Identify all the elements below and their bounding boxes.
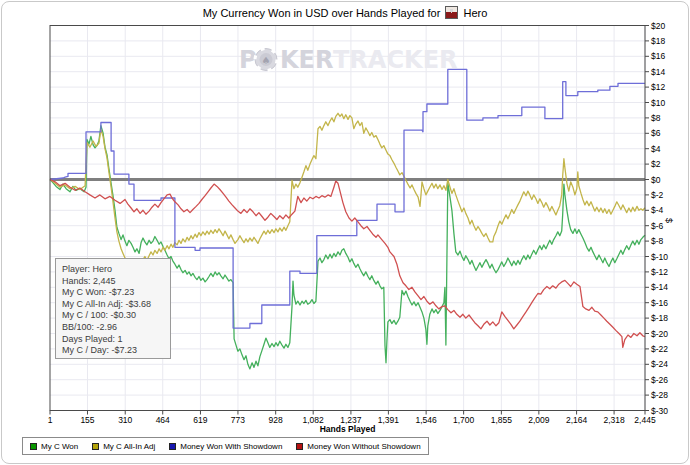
x-tick-label: 1,700 <box>453 415 475 425</box>
x-axis-title: Hands Played <box>320 424 376 434</box>
stats-tooltip-box: Player: HeroHands: 2,445My C Won: -$7.23… <box>55 258 171 359</box>
y-tick-label: $4 <box>651 144 661 154</box>
x-tick-label: 619 <box>193 415 207 425</box>
y-tick-label: $-16 <box>651 298 668 308</box>
x-tick-label: 464 <box>156 415 170 425</box>
watermark-text-tracker: TRACKER <box>333 46 458 74</box>
legend-item-my-c-all-in-adj[interactable]: My C All-In Adj <box>92 442 155 451</box>
y-tick-label: $12 <box>651 82 665 92</box>
y-tick-label: $-20 <box>651 329 668 339</box>
y-tick-label: $20 <box>651 21 665 31</box>
y-tick-label: $-18 <box>651 313 668 323</box>
watermark-text-ker: KER <box>280 46 333 74</box>
x-tick-label: 1,546 <box>415 415 437 425</box>
y-tick-label: $-4 <box>651 205 664 215</box>
x-tick-label: 773 <box>231 415 245 425</box>
legend-item-my-c-won[interactable]: My C Won <box>30 442 78 451</box>
y-tick-label: $2 <box>651 159 661 169</box>
x-tick-label: 2,445 <box>634 415 656 425</box>
x-axis: 11553104646197739281,0821,2371,3911,5461… <box>48 411 656 435</box>
pokertracker-graph-window: My Currency Won in USD over Hands Played… <box>0 0 690 465</box>
y-tick-label: $-10 <box>651 252 668 262</box>
legend-label: My C All-In Adj <box>103 442 155 451</box>
y-tick-label: $8 <box>651 113 661 123</box>
x-tick-label: 2,318 <box>603 415 625 425</box>
y-tick-label: $-24 <box>651 359 668 369</box>
y-tick-label: $-14 <box>651 282 668 292</box>
stats-line: Days Played: 1 <box>62 334 164 346</box>
y-axis-title: $ <box>664 218 674 223</box>
x-tick-label: 2,009 <box>528 415 550 425</box>
y-tick-label: $-2 <box>651 190 664 200</box>
y-tick-label: $0 <box>651 175 661 185</box>
x-tick-label: 1 <box>48 415 53 425</box>
x-tick-label: 2,164 <box>566 415 588 425</box>
y-tick-label: $-26 <box>651 375 668 385</box>
x-tick-label: 928 <box>269 415 283 425</box>
watermark-spade-icon: ♠ <box>262 55 271 66</box>
pokertracker-watermark: P♠KERTRACKER <box>239 46 458 74</box>
y-tick-label: $6 <box>651 128 661 138</box>
stats-line: My C / Day: -$7.23 <box>62 345 164 357</box>
stats-line: My C Won: -$7.23 <box>62 287 164 299</box>
stats-line: My C All-In Adj: -$3.68 <box>62 299 164 311</box>
legend-label: Money Won With Showdown <box>180 442 282 451</box>
legend-swatch-icon <box>169 443 176 450</box>
legend-label: Money Won Without Showdown <box>307 442 420 451</box>
y-tick-label: $-8 <box>651 236 664 246</box>
legend-item-money-won-without-showdown[interactable]: Money Won Without Showdown <box>296 442 420 451</box>
x-tick-label: 155 <box>80 415 94 425</box>
legend-item-money-won-with-showdown[interactable]: Money Won With Showdown <box>169 442 282 451</box>
y-axis: $20$18$16$14$12$10$8$6$4$2$0$-2$-4$-6$-8… <box>645 21 674 416</box>
stats-line: My C / 100: -$0.30 <box>62 310 164 322</box>
y-tick-label: $18 <box>651 36 665 46</box>
legend-swatch-icon <box>30 443 37 450</box>
stats-line: Player: Hero <box>62 264 164 276</box>
y-tick-label: $-28 <box>651 390 668 400</box>
legend-bar: My C WonMy C All-In AdjMoney Won With Sh… <box>22 437 429 455</box>
stats-line: Hands: 2,445 <box>62 276 164 288</box>
y-tick-label: $-22 <box>651 344 668 354</box>
x-tick-label: 1,391 <box>378 415 400 425</box>
x-tick-label: 1,855 <box>491 415 513 425</box>
y-tick-label: $-30 <box>651 406 668 416</box>
chart-canvas: P♠KERTRACKER$20$18$16$14$12$10$8$6$4$2$0… <box>0 0 690 465</box>
stats-line: BB/100: -2.96 <box>62 322 164 334</box>
y-tick-label: $10 <box>651 98 665 108</box>
x-tick-label: 310 <box>118 415 132 425</box>
watermark-text-p: P <box>239 46 257 74</box>
legend-label: My C Won <box>41 442 78 451</box>
y-tick-label: $16 <box>651 51 665 61</box>
legend-swatch-icon <box>296 443 303 450</box>
y-tick-label: $-6 <box>651 221 664 231</box>
y-tick-label: $14 <box>651 67 665 77</box>
series-line-my-c-all-in-adj <box>50 113 645 266</box>
legend-swatch-icon <box>92 443 99 450</box>
y-tick-label: $-12 <box>651 267 668 277</box>
